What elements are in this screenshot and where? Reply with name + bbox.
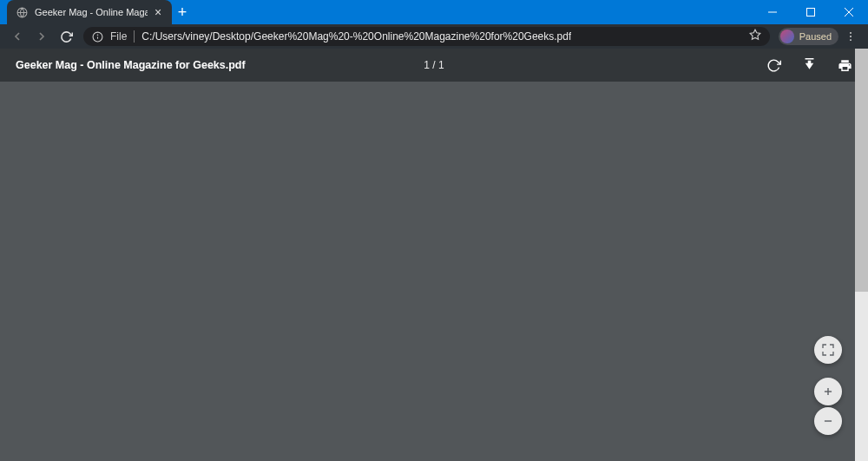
vertical-scrollbar[interactable] xyxy=(855,49,868,461)
page-indicator[interactable]: 1 / 1 xyxy=(424,59,444,71)
forward-button[interactable] xyxy=(30,24,54,49)
download-button[interactable] xyxy=(802,58,817,73)
pdf-actions xyxy=(766,58,852,73)
fit-page-button[interactable] xyxy=(814,336,842,364)
avatar-icon xyxy=(780,30,794,43)
pdf-filename: Geeker Mag - Online Magazine for Geeks.p… xyxy=(16,59,246,71)
info-icon[interactable] xyxy=(92,31,103,43)
address-bar: File C:/Users/viney/Desktop/Geeker%20Mag… xyxy=(0,24,868,49)
svg-point-9 xyxy=(850,32,852,34)
svg-point-10 xyxy=(850,36,852,37)
new-tab-button[interactable]: + xyxy=(172,0,193,24)
bookmark-icon[interactable] xyxy=(749,29,761,44)
close-icon[interactable]: × xyxy=(155,6,161,18)
reload-button[interactable] xyxy=(54,24,78,49)
close-window-button[interactable] xyxy=(830,0,868,24)
window-titlebar: Geeker Mag - Online Magazine f × + xyxy=(0,0,868,24)
url-input[interactable]: File C:/Users/viney/Desktop/Geeker%20Mag… xyxy=(83,27,770,46)
svg-point-11 xyxy=(850,39,852,41)
rotate-button[interactable] xyxy=(766,58,781,73)
svg-point-7 xyxy=(97,35,98,36)
browser-tab[interactable]: Geeker Mag - Online Magazine f × xyxy=(7,0,172,24)
svg-marker-8 xyxy=(750,30,760,39)
scrollbar-thumb[interactable] xyxy=(855,49,868,292)
minimize-button[interactable] xyxy=(753,0,792,24)
pdf-toolbar: Geeker Mag - Online Magazine for Geeks.p… xyxy=(0,49,868,82)
menu-button[interactable] xyxy=(838,24,863,49)
zoom-in-button[interactable] xyxy=(814,378,842,405)
tab-title: Geeker Mag - Online Magazine f xyxy=(35,7,148,17)
profile-button[interactable]: Paused xyxy=(779,28,838,45)
window-controls xyxy=(753,0,868,24)
profile-status: Paused xyxy=(799,31,832,42)
url-text: C:/Users/viney/Desktop/Geeker%20Mag%20-%… xyxy=(141,30,571,43)
svg-rect-2 xyxy=(807,9,815,16)
zoom-out-button[interactable] xyxy=(814,407,842,435)
url-scheme: File xyxy=(110,30,135,43)
back-button[interactable] xyxy=(5,24,30,49)
maximize-button[interactable] xyxy=(792,0,830,24)
pdf-content[interactable] xyxy=(0,82,855,461)
print-button[interactable] xyxy=(838,58,852,73)
globe-icon xyxy=(16,6,28,18)
